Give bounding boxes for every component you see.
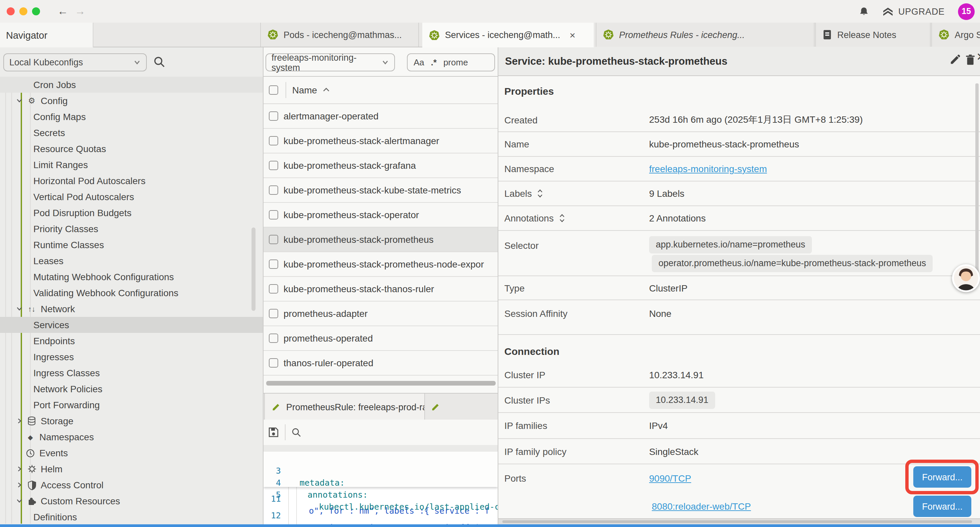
sidebar-item-config-maps[interactable]: Config Maps bbox=[0, 109, 263, 125]
row-checkbox[interactable] bbox=[269, 111, 278, 121]
table-row[interactable]: alertmanager-operated bbox=[264, 104, 498, 129]
sidebar-item-network[interactable]: ↑↓ Network bbox=[0, 301, 263, 317]
tab-pods[interactable]: Pods - icecheng@mathmas... bbox=[260, 23, 419, 47]
chevron-down-icon[interactable] bbox=[16, 97, 23, 104]
sidebar-item-events[interactable]: Events bbox=[0, 445, 263, 461]
window-close-button[interactable] bbox=[7, 7, 15, 15]
sidebar-item-validating-webhook-configurations[interactable]: Validating Webhook Configurations bbox=[0, 285, 263, 301]
sidebar-item-port-forwarding[interactable]: Port Forwarding bbox=[0, 397, 263, 413]
row-checkbox[interactable] bbox=[269, 284, 278, 293]
chevron-right-icon[interactable] bbox=[16, 482, 23, 488]
navigator-panel-tab[interactable]: Navigator bbox=[0, 23, 94, 47]
table-row-selected[interactable]: kube-prometheus-stack-prometheus bbox=[264, 228, 498, 252]
close-icon[interactable]: × bbox=[977, 49, 980, 65]
sidebar-item-horizontal-pod-autoscalers[interactable]: Horizontal Pod Autoscalers bbox=[0, 173, 263, 189]
table-row[interactable]: kube-prometheus-stack-prometheus-node-ex… bbox=[264, 252, 498, 277]
row-checkbox[interactable] bbox=[269, 161, 278, 170]
tab-release-notes[interactable]: Release Notes bbox=[815, 23, 931, 47]
vertical-scrollbar[interactable] bbox=[251, 228, 256, 311]
case-sensitive-toggle[interactable]: Aa bbox=[414, 57, 424, 67]
search-icon[interactable] bbox=[291, 427, 302, 437]
edit-pencil-icon[interactable] bbox=[949, 54, 961, 65]
sidebar-item-leases[interactable]: Leases bbox=[0, 253, 263, 269]
back-arrow-icon[interactable]: ← bbox=[57, 5, 68, 18]
sidebar-item-helm[interactable]: Helm bbox=[0, 461, 263, 477]
sidebar-item-ingress-classes[interactable]: Ingress Classes bbox=[0, 365, 263, 381]
sidebar-item-access-control[interactable]: Access Control bbox=[0, 477, 263, 493]
sidebar-item-cron-jobs[interactable]: Cron Jobs bbox=[0, 77, 263, 93]
tab-prometheus-rules[interactable]: Prometheus Rules - icecheng... bbox=[596, 23, 815, 47]
table-row[interactable]: thanos-ruler-operated bbox=[264, 351, 498, 376]
editor-tab-next[interactable] bbox=[431, 402, 440, 412]
expand-collapse-icon[interactable] bbox=[538, 189, 543, 198]
notification-badge[interactable]: 15 bbox=[958, 3, 975, 20]
tab-argo[interactable]: Argo Se bbox=[931, 23, 980, 47]
bell-icon[interactable] bbox=[859, 7, 870, 16]
table-row[interactable]: kube-prometheus-stack-grafana bbox=[264, 153, 498, 178]
sidebar-item-resource-quotas[interactable]: Resource Quotas bbox=[0, 141, 263, 157]
forward-arrow-icon[interactable]: → bbox=[75, 5, 85, 18]
table-row[interactable]: kube-prometheus-stack-thanos-ruler bbox=[264, 277, 498, 301]
horizontal-scrollbar[interactable] bbox=[498, 518, 980, 524]
row-checkbox[interactable] bbox=[269, 210, 278, 220]
close-icon[interactable]: × bbox=[570, 29, 576, 41]
namespace-link[interactable]: freeleaps-monitoring-system bbox=[649, 164, 767, 174]
filter-query[interactable]: prome bbox=[443, 57, 468, 67]
chevron-right-icon[interactable] bbox=[16, 417, 23, 424]
row-checkbox[interactable] bbox=[269, 358, 278, 368]
window-zoom-button[interactable] bbox=[32, 7, 40, 15]
regex-toggle[interactable]: .* bbox=[431, 57, 437, 67]
sidebar-item-ingresses[interactable]: Ingresses bbox=[0, 349, 263, 365]
editor-tab-prometheusrule[interactable]: PrometheusRule: freeleaps-prod-rabbitmq bbox=[264, 393, 425, 420]
table-row[interactable]: prometheus-adapter bbox=[264, 301, 498, 326]
expand-collapse-icon[interactable] bbox=[559, 213, 565, 223]
tab-services[interactable]: Services - icecheng@math... × bbox=[422, 23, 594, 47]
forward-port-button[interactable]: Forward... bbox=[913, 496, 971, 517]
sidebar-item-services[interactable]: Services bbox=[0, 317, 263, 333]
row-checkbox[interactable] bbox=[269, 260, 278, 269]
avatar[interactable] bbox=[952, 264, 980, 292]
sidebar-item-endpoints[interactable]: Endpoints bbox=[0, 333, 263, 349]
search-icon[interactable] bbox=[153, 56, 165, 68]
table-row[interactable]: kube-prometheus-stack-alertmanager bbox=[264, 129, 498, 153]
chevron-down-icon[interactable] bbox=[16, 306, 23, 312]
sidebar-item-namespaces[interactable]: ◆ Namespaces bbox=[0, 429, 263, 445]
chevron-down-icon[interactable] bbox=[16, 498, 23, 504]
port-link[interactable]: 9090/TCP bbox=[649, 473, 691, 484]
sidebar-item-definitions[interactable]: Definitions bbox=[0, 509, 263, 525]
sidebar-item-limit-ranges[interactable]: Limit Ranges bbox=[0, 157, 263, 173]
name-column-header[interactable]: Name bbox=[292, 85, 317, 96]
vertical-scrollbar[interactable] bbox=[975, 83, 978, 283]
table-row[interactable]: kube-prometheus-stack-operator bbox=[264, 203, 498, 228]
save-icon[interactable] bbox=[268, 427, 279, 438]
window-minimize-button[interactable] bbox=[19, 7, 27, 15]
sidebar-item-runtime-classes[interactable]: Runtime Classes bbox=[0, 237, 263, 253]
row-checkbox[interactable] bbox=[269, 185, 278, 195]
chevron-right-icon[interactable] bbox=[16, 466, 23, 472]
select-all-checkbox[interactable] bbox=[269, 85, 278, 95]
kubeconfig-selector[interactable]: Local Kubeconfigs bbox=[3, 53, 147, 72]
namespace-selector[interactable]: freeleaps-monitoring-system bbox=[266, 53, 395, 72]
row-checkbox[interactable] bbox=[269, 136, 278, 145]
sidebar-item-priority-classes[interactable]: Priority Classes bbox=[0, 221, 263, 237]
sidebar-item-pod-disruption-budgets[interactable]: Pod Disruption Budgets bbox=[0, 205, 263, 221]
sidebar-item-config[interactable]: ⚙ Config bbox=[0, 93, 263, 109]
delete-trash-icon[interactable] bbox=[965, 54, 975, 65]
row-checkbox[interactable] bbox=[269, 334, 278, 343]
sidebar-item-network-policies[interactable]: Network Policies bbox=[0, 381, 263, 397]
port-link[interactable]: 8080:reloader-web/TCP bbox=[652, 501, 751, 512]
sidebar-item-storage[interactable]: Storage bbox=[0, 413, 263, 429]
sidebar-item-secrets[interactable]: Secrets bbox=[0, 125, 263, 141]
table-row[interactable]: kube-prometheus-stack-kube-state-metrics bbox=[264, 178, 498, 203]
code-editor[interactable]: 11 o", for : nm", labels :{ service : f … bbox=[264, 452, 498, 527]
row-checkbox[interactable] bbox=[269, 309, 278, 318]
horizontal-scrollbar[interactable] bbox=[266, 381, 496, 385]
upgrade-button[interactable]: UPGRADE bbox=[883, 6, 945, 16]
row-checkbox[interactable] bbox=[269, 235, 278, 244]
sidebar-item-mutating-webhook-configurations[interactable]: Mutating Webhook Configurations bbox=[0, 269, 263, 285]
sort-ascending-icon[interactable] bbox=[322, 87, 330, 93]
search-filter-input[interactable]: Aa .* prome bbox=[407, 53, 495, 72]
sidebar-item-vertical-pod-autoscalers[interactable]: Vertical Pod Autoscalers bbox=[0, 189, 263, 205]
sidebar-item-custom-resources[interactable]: Custom Resources bbox=[0, 493, 263, 509]
table-row[interactable]: prometheus-operated bbox=[264, 326, 498, 351]
